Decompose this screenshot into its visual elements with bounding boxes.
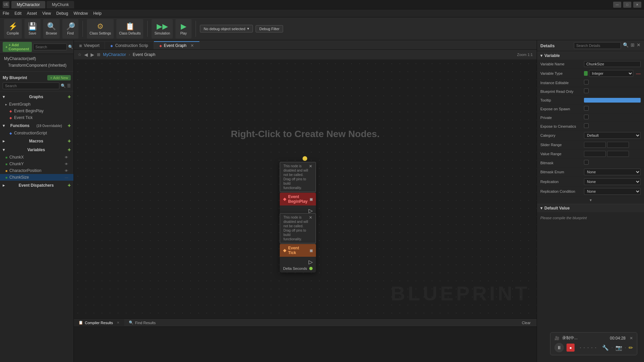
- menu-file[interactable]: File: [3, 11, 9, 16]
- graphs-section-header[interactable]: ▾ Graphs +: [0, 93, 73, 101]
- debug-filter-button[interactable]: Debug Filter: [256, 25, 283, 33]
- event-dispatchers-header[interactable]: ▸ Event Dispatchers +: [0, 181, 73, 189]
- bitmask-enum-select[interactable]: None: [584, 169, 641, 175]
- details-grid-icon[interactable]: ⊞: [631, 42, 635, 49]
- tree-item-chunkx[interactable]: ■ ChunkX 👁: [0, 154, 73, 161]
- delta-seconds-dot[interactable]: [309, 267, 313, 270]
- play-button[interactable]: ▶ Play: [175, 19, 192, 39]
- nav-forward-button[interactable]: ▶: [91, 52, 94, 57]
- tab-compiler-results[interactable]: 📋 Compiler Results ✕: [74, 319, 124, 326]
- tree-item-eventtick[interactable]: ◆ Event Tick: [0, 114, 73, 121]
- graphs-add-button[interactable]: +: [68, 94, 71, 100]
- recording-pen-icon[interactable]: ✏: [629, 345, 633, 351]
- tab-mycharactor[interactable]: MyCharactor: [11, 1, 45, 8]
- tab-construction-script[interactable]: ◆ Construction Scrip: [105, 42, 154, 49]
- instance-editable-checkbox[interactable]: [584, 80, 589, 84]
- expand-row[interactable]: ▾: [537, 196, 644, 204]
- variable-name-input[interactable]: [584, 61, 641, 67]
- details-search-icon[interactable]: 🔍: [623, 42, 629, 49]
- macros-add-button[interactable]: +: [68, 138, 71, 144]
- macros-section-header[interactable]: ▸ Macros +: [0, 137, 73, 145]
- recording-close-button[interactable]: ✕: [630, 336, 633, 341]
- components-search-input[interactable]: [33, 44, 67, 50]
- menu-debug[interactable]: Debug: [56, 11, 68, 16]
- functions-add-button[interactable]: +: [68, 123, 71, 129]
- tab-event-graph[interactable]: ◆ Event Graph ✕: [154, 41, 200, 49]
- save-button[interactable]: 💾 Save: [24, 19, 41, 39]
- tree-item-charactorposition[interactable]: ■ CharactorPosition 👁: [0, 167, 73, 174]
- close-button[interactable]: ✕: [633, 2, 641, 8]
- expose-to-cinematics-checkbox[interactable]: [584, 123, 589, 128]
- eventgraph-label: EventGraph: [9, 102, 31, 107]
- minimize-button[interactable]: —: [613, 2, 621, 8]
- chunky-eye-icon[interactable]: 👁: [65, 162, 68, 166]
- charactorpos-eye-icon[interactable]: 👁: [65, 169, 68, 173]
- node-begin-play-close[interactable]: ✕: [309, 164, 312, 169]
- private-checkbox[interactable]: [584, 115, 589, 119]
- blueprint-search-input[interactable]: [3, 82, 59, 89]
- event-tick-label: Event Tick: [288, 246, 308, 255]
- details-close-icon[interactable]: ✕: [637, 42, 641, 49]
- slider-range-max[interactable]: [607, 142, 629, 148]
- event-tick-collapse-icon[interactable]: ▣: [310, 249, 313, 252]
- tree-item-chunksize[interactable]: ■ ChunkSize —: [0, 174, 73, 181]
- chunkx-eye-icon[interactable]: 👁: [65, 156, 68, 159]
- value-range-min[interactable]: [584, 151, 606, 157]
- replication-condition-select[interactable]: None: [584, 188, 641, 195]
- recording-stop-button[interactable]: ■: [567, 344, 575, 352]
- class-settings-button[interactable]: ⚙ Class Settings: [87, 19, 114, 39]
- event-tick-exec-pin[interactable]: ▷: [309, 259, 313, 265]
- tree-item-eventgraph[interactable]: ▸ EventGraph: [0, 101, 73, 108]
- slider-range-min[interactable]: [584, 142, 606, 148]
- add-new-button[interactable]: + Add New: [47, 75, 71, 80]
- blueprint-read-only-checkbox[interactable]: [584, 88, 589, 93]
- tree-item-chunky[interactable]: ■ ChunkY 👁: [0, 161, 73, 167]
- favorite-icon[interactable]: ☆: [78, 52, 82, 57]
- compile-button[interactable]: ⚡ Compile: [4, 19, 22, 39]
- browse-button[interactable]: 🔍 Browse: [43, 19, 60, 39]
- tree-item-beginplay[interactable]: ◆ Event BeginPlay: [0, 108, 73, 114]
- tree-item-constructionscript[interactable]: ◆ ConstructionScript: [0, 130, 73, 136]
- menu-view[interactable]: View: [42, 11, 51, 16]
- chunksize-eye-icon[interactable]: —: [65, 176, 68, 179]
- variables-section-header[interactable]: ▾ Variables +: [0, 146, 73, 154]
- component-item-transform[interactable]: TransformComponent (Inherited): [0, 62, 73, 69]
- menu-help[interactable]: Help: [93, 11, 102, 16]
- eventgraph-tab-close[interactable]: ✕: [191, 43, 194, 48]
- recording-tool-icon[interactable]: 🔧: [602, 345, 609, 351]
- window-controls: — □ ✕: [613, 2, 641, 8]
- class-defaults-button[interactable]: 📋 Class Defaults: [116, 19, 143, 39]
- recording-camera2-icon[interactable]: 📷: [615, 345, 622, 351]
- value-range-max[interactable]: [607, 151, 629, 157]
- category-select[interactable]: Default: [584, 132, 641, 139]
- clear-button[interactable]: Clear: [519, 320, 534, 325]
- node-event-tick-close[interactable]: ✕: [309, 215, 312, 221]
- expose-on-spawn-checkbox[interactable]: [584, 106, 589, 111]
- graph-area[interactable]: Right-Click to Create New Nodes. BLUEPRI…: [74, 60, 537, 318]
- details-search-input[interactable]: [574, 42, 621, 49]
- compiler-results-tab-close[interactable]: ✕: [117, 321, 119, 324]
- variable-type-select[interactable]: Integer Float Boolean String Vector: [589, 70, 633, 77]
- nav-back-button[interactable]: ◀: [84, 52, 88, 57]
- simulation-button[interactable]: ▶▶ Simulation: [152, 19, 173, 39]
- breadcrumb-parent[interactable]: MyCharactor: [103, 52, 126, 57]
- tab-mychunk[interactable]: MyChunk: [47, 1, 74, 8]
- variable-type-remove-icon[interactable]: —: [636, 71, 641, 76]
- add-component-button[interactable]: + + Add Component: [3, 42, 32, 52]
- recording-pause-button[interactable]: ⏸: [554, 343, 564, 352]
- component-item-mycharactor[interactable]: MyCharactor(self): [0, 55, 73, 62]
- functions-section-header[interactable]: ▾ Functions (19 Overridable) +: [0, 122, 73, 130]
- find-button[interactable]: 🔎 Find: [62, 19, 78, 39]
- replication-select[interactable]: None: [584, 178, 641, 185]
- bitmask-checkbox[interactable]: [584, 160, 589, 165]
- maximize-button[interactable]: □: [623, 2, 631, 8]
- menu-edit[interactable]: Edit: [14, 11, 21, 16]
- debug-dropdown[interactable]: No debug object selected ▾: [200, 25, 253, 33]
- menu-asset[interactable]: Asset: [27, 11, 37, 16]
- tab-viewport[interactable]: ⊞ Viewport: [74, 42, 105, 49]
- begin-play-collapse-icon[interactable]: ▣: [310, 197, 313, 201]
- variables-add-button[interactable]: +: [68, 147, 71, 153]
- menu-window[interactable]: Window: [73, 11, 88, 16]
- tab-find-results[interactable]: 🔍 Find Results: [124, 319, 160, 326]
- event-dispatchers-add-button[interactable]: +: [68, 182, 71, 188]
